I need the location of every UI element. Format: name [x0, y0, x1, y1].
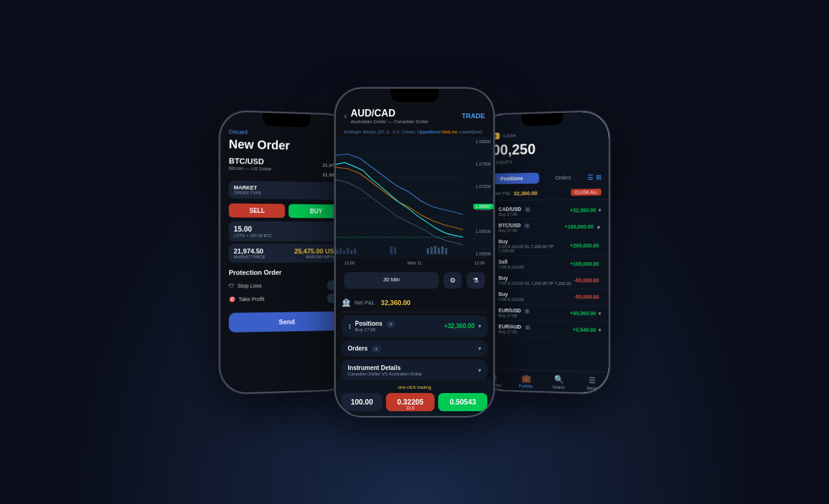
- position-list: ↕ CAD/USD 2 Buy 17.00 +32,360.00 ▾ ↕ BTC…: [478, 200, 609, 372]
- lots-label: LOTS × 100.00 BTC: [234, 233, 339, 238]
- svg-rect-6: [339, 248, 342, 254]
- svg-rect-13: [427, 248, 429, 254]
- one-click-label: one-click trading: [342, 385, 487, 390]
- instrument-panel[interactable]: Instrument Details Canadian Dollar VS Au…: [342, 360, 487, 380]
- svg-rect-17: [441, 246, 444, 254]
- position-item[interactable]: ↕ Buy 5.00 8,120.00 -50,000.00: [478, 287, 609, 305]
- trade-button[interactable]: TRADE: [462, 112, 485, 119]
- instrument-subtitle: Canadian Dollar VS Australian Dollar: [348, 371, 422, 377]
- position-item[interactable]: ↕ Buy 5.00 8,120.00 SL 7,200.00 TP 7,200…: [478, 235, 609, 255]
- back-button[interactable]: ‹: [344, 111, 347, 121]
- btc-subtitle: Bitcoin — US Dollar: [229, 165, 272, 171]
- orders-panel[interactable]: Orders 4 ▾: [342, 340, 487, 357]
- portfolio-icon: 💼: [521, 374, 531, 383]
- shield-icon: 🛡: [229, 283, 234, 289]
- nav-menu[interactable]: ☰ Menu: [575, 375, 609, 391]
- position-item[interactable]: ↕ EUR/AUD 2 Buy 17.00 +2,540.00 ▾: [478, 320, 609, 338]
- svg-rect-7: [343, 250, 345, 254]
- target-icon: 🎯: [229, 296, 235, 302]
- nav-search[interactable]: 🔍 Search: [542, 374, 575, 390]
- one-click-sell-button[interactable]: 0.32205 22.0: [386, 393, 435, 411]
- center-panels: 🏦 Net P&L 32,360.00 ↕ Positions 4: [336, 294, 493, 380]
- position-item[interactable]: ↕ BTC/USD 4 Buy 17.00 +100,000.00 ▲: [478, 218, 609, 235]
- orders-chevron: ▾: [478, 345, 481, 352]
- right-pnl-label: Net P&L: [494, 190, 512, 196]
- right-pnl-row: 🏦 Net P&L 32,360.00 CLOSE ALL: [478, 186, 609, 201]
- pnl-icon: 🏦: [342, 298, 351, 307]
- svg-rect-18: [445, 248, 447, 254]
- instrument-chevron: ▾: [478, 367, 481, 374]
- right-header: LIVE CASH 100,250 USD, EQUITY: [478, 127, 609, 170]
- tabs-row: Positions Orders ☰ ⊞: [484, 171, 601, 184]
- instrument-title: Instrument Details: [348, 365, 422, 371]
- svg-rect-15: [434, 246, 436, 254]
- cash-label: CASH: [503, 133, 516, 138]
- market-price-label: MARKET PRICE: [234, 255, 265, 259]
- position-item[interactable]: ↕ Buy 5.00 8,120.00 SL 7,200.00 TP 7,200…: [478, 272, 609, 289]
- mid-line-label: MidLine: [442, 129, 458, 135]
- timeframe-button[interactable]: 30 Min: [344, 272, 439, 289]
- notch-left: [263, 112, 311, 127]
- one-click-bar: one-click trading 100.00 0.32205 22.0 0.…: [336, 380, 493, 416]
- positions-subtitle: Buy 17.00: [355, 327, 395, 332]
- phone-center: ‹ AUD/CAD Australian Dollar — Canadian D…: [336, 89, 493, 416]
- lower-band-label: LowerBand: [459, 129, 482, 135]
- protection-title: Protection Order: [229, 268, 343, 276]
- btc-symbol: BTC/USD: [229, 156, 272, 166]
- center-pnl-label: Net P&L: [354, 300, 375, 306]
- market-label: MARKET: [234, 184, 261, 191]
- price-chart: [336, 137, 493, 258]
- order-type-label: ORDER TYPE: [234, 190, 261, 195]
- svg-rect-14: [430, 247, 433, 254]
- balance-amount: 100,250: [484, 139, 601, 159]
- svg-rect-12: [394, 247, 396, 254]
- margin-label: MARGIN IMPACT: [294, 254, 339, 258]
- positions-chevron: ▾: [478, 323, 481, 329]
- nav-portfolio[interactable]: 💼 Portfolio: [510, 373, 543, 388]
- chart-area[interactable]: 1.08000 1.07500 1.07000 1.06500 1.06000 …: [336, 137, 493, 258]
- positions-title: Positions: [355, 320, 382, 327]
- send-button[interactable]: Send: [229, 311, 343, 332]
- phone-left: Discard New Order BTC/USD Bitcoin — US D…: [220, 111, 351, 393]
- price-labels: 1.08000 1.07500 1.07000 1.06500 1.06000 …: [476, 137, 491, 258]
- notch-right: [521, 112, 563, 126]
- bottom-nav: ⊞ Watchlist 💼 Portfolio 🔍 Search ☰ Menu: [478, 368, 609, 393]
- aud-cad-subtitle: Australian Dollar — Canadian Dollar: [351, 119, 429, 124]
- grid-view-button[interactable]: ⊞: [596, 173, 601, 181]
- screen-right: LIVE CASH 100,250 USD, EQUITY Positions …: [478, 111, 609, 393]
- one-click-buy-button[interactable]: 0.50543: [438, 393, 487, 411]
- menu-icon: ☰: [588, 375, 595, 385]
- discard-link[interactable]: Discard: [229, 129, 343, 138]
- svg-rect-16: [438, 247, 440, 254]
- list-view-button[interactable]: ☰: [587, 173, 594, 181]
- notch-center: [390, 89, 439, 102]
- screen-center: ‹ AUD/CAD Australian Dollar — Canadian D…: [336, 89, 493, 416]
- orders-count: 4: [372, 346, 381, 352]
- margin-value: 25,475.00 USD: [294, 247, 339, 255]
- svg-rect-8: [347, 247, 349, 254]
- sell-button[interactable]: SELL: [229, 203, 285, 218]
- time-labels: 12:00 Wed 11 12:00: [336, 258, 493, 267]
- indicators-button[interactable]: ⚙: [444, 272, 462, 289]
- position-item[interactable]: ↕ EUR/USD 6 Buy 17.00 +40,360.00 ▾: [478, 304, 609, 322]
- upper-band-label: UpperBand: [418, 129, 441, 135]
- phone-right: LIVE CASH 100,250 USD, EQUITY Positions …: [478, 111, 609, 393]
- screen-left: Discard New Order BTC/USD Bitcoin — US D…: [220, 111, 351, 393]
- one-click-amount[interactable]: 100.00: [342, 393, 382, 411]
- spread-label: 22.0: [406, 406, 414, 410]
- svg-rect-5: [336, 249, 338, 254]
- stop-loss-label: 🛡 Stop Loss: [229, 283, 262, 289]
- positions-panel[interactable]: ↕ Positions 4 Buy 17.00 +32,360.00 ▾: [342, 315, 487, 337]
- close-all-button[interactable]: CLOSE ALL: [571, 189, 601, 196]
- orders-title: Orders: [348, 345, 368, 352]
- aud-cad-title: AUD/CAD: [351, 108, 429, 119]
- take-profit-label: 🎯 Take Profit: [229, 296, 265, 303]
- current-price-badge: 1.06897: [473, 204, 493, 209]
- analysis-button[interactable]: ⚗: [467, 272, 485, 289]
- phones-container: Discard New Order BTC/USD Bitcoin — US D…: [202, 89, 627, 416]
- bollinger-label: Bollinger Bands (20, 0, -2.0, Close): Up…: [336, 129, 493, 135]
- position-item[interactable]: ↕ Sell 5.00 8,120.00 +100,000.00: [478, 255, 609, 272]
- position-item[interactable]: ↕ CAD/USD 2 Buy 17.00 +32,360.00 ▾: [478, 202, 609, 220]
- chart-controls: 30 Min ⚙ ⚗: [336, 267, 493, 294]
- tab-orders[interactable]: Orders: [541, 172, 585, 183]
